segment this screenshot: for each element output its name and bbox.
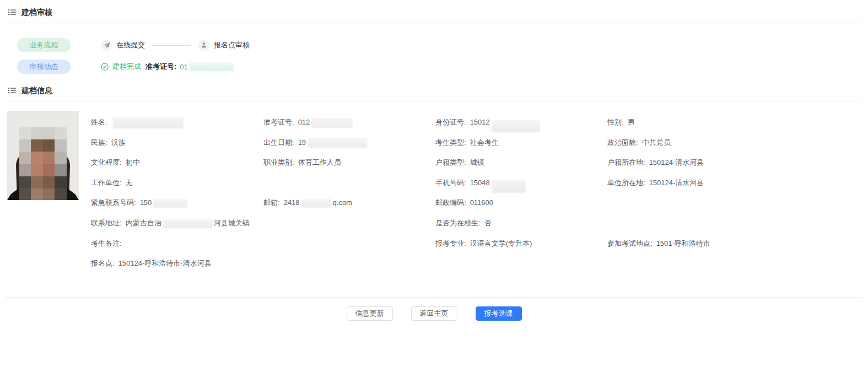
section-header-review: 建档审核 [0,0,868,18]
field-value: 否 [484,219,492,227]
field-label: 邮箱: [263,198,280,207]
field-label: 民族: [91,138,107,147]
photo-mosaic-block [31,164,43,177]
field-label: 性别: [607,118,624,126]
step-connector [152,45,191,46]
section-header-info: 建档信息 [0,74,868,96]
divider [6,101,862,101]
photo-mosaic-block [43,188,55,200]
redacted-value [113,117,184,128]
ticket-label: 准考证号: [145,62,176,72]
check-circle-icon [101,63,109,71]
photo-mosaic-block [31,127,43,140]
field-value: 011600 [470,198,493,207]
field-applied-major: 报考专业:汉语言文学(专升本) [435,239,607,259]
field-name: 姓名: [91,117,263,138]
field-exam-location: 参加考试地点:1501-呼和浩特市 [607,239,868,259]
list-icon [8,86,17,95]
field-occupation: 职业类别:体育工作人员 [263,158,435,178]
photo-mosaic-block [31,176,43,189]
field-label: 文化程度: [91,158,122,166]
info-update-button[interactable]: 信息更新 [347,306,393,321]
field-postal-code: 邮政编码:011600 [435,198,607,218]
field-label: 准考证号: [263,118,294,126]
field-value: 城镇 [470,158,484,166]
archive-review-page: 建档审核 业务流程 在线提交 报名点审核 [0,0,868,372]
field-label: 紧急联系号码: [91,198,136,207]
photo-mosaic-block [19,164,31,177]
field-label: 报考专业: [435,239,466,247]
field-value: 汉族 [111,138,126,147]
field-value: 中共党员 [642,138,671,147]
back-home-button[interactable]: 返回主页 [411,306,457,321]
redacted-value [492,180,526,193]
photo-mosaic-block [31,152,43,164]
field-label: 工作单位: [91,179,122,187]
ticket-value: 01 [180,63,187,71]
workflow-steps: 在线提交 报名点审核 [101,40,868,51]
photo-mosaic-block [55,152,67,164]
field-value: 19 [298,138,306,147]
course-selection-button[interactable]: 报考选课 [476,306,522,321]
field-value: 体育工作人员 [298,158,341,166]
field-label: 出生日期: [263,138,294,147]
page-title: 建档审核 [21,7,52,18]
photo-mosaic-block [43,164,55,177]
field-political-status: 政治面貌:中共党员 [607,138,868,158]
field-email: 邮箱:2418q.com [263,198,435,218]
photo-mosaic-block [55,127,67,140]
field-education-level: 文化程度:初中 [91,158,263,178]
review-status: 建档完成 准考证号: 01 [101,62,868,72]
field-value-suffix: q.com [333,198,352,207]
field-gender: 性别:男 [607,117,868,138]
field-label: 邮政编码: [435,198,466,207]
field-value: 150124-呼和浩特市-清水河县 [118,259,212,267]
photo-mosaic-block [43,139,55,152]
status-badge: 审核动态 [17,60,71,74]
field-label: 单位所在地: [607,179,645,187]
info-field-grid: 姓名:准考证号:012身份证号:15012性别:男民族:汉族出生日期:19考生类… [91,117,868,292]
field-label: 联系地址: [91,219,122,227]
field-label: 参加考试地点: [607,239,653,247]
field-ethnicity: 民族:汉族 [91,138,263,158]
divider [6,23,862,23]
field-label: 政治面貌: [607,138,638,147]
footer-actions: 信息更新 返回主页 报考选课 [0,306,868,321]
send-icon [101,40,112,51]
photo-mosaic-block [19,127,31,140]
field-mobile: 手机号码:15048 [435,178,607,198]
field-label: 考生类型: [435,138,466,147]
field-label: 考生备注: [91,239,122,247]
field-label: 身份证号: [435,118,466,126]
field-candidate-type: 考生类型:社会考生 [435,138,607,158]
field-employer-location: 单位所在地:150124-清水河县 [607,178,868,198]
process-badge: 业务流程 [17,38,71,52]
field-label: 手机号码: [435,179,466,187]
photo-mosaic-block [43,152,55,164]
photo-mosaic-block [55,188,67,200]
photo-mosaic-block [55,176,67,189]
field-household-location: 户籍所在地:150124-清水河县 [607,158,868,178]
photo-mosaic-block [19,139,31,152]
stamp-icon [198,40,209,51]
field-contact-address: 联系地址:内蒙古自治河县城关镇 [91,218,263,239]
redacted-value [492,120,540,132]
field-value: 150124-清水河县 [649,158,704,166]
candidate-photo [7,111,79,200]
field-value: 1501-呼和浩特市 [656,239,710,247]
photo-mosaic-block [31,188,43,200]
field-label: 职业类别: [263,158,294,166]
photo-mosaic-block [55,164,67,177]
photo-mosaic-block [19,152,31,164]
field-label: 姓名: [91,118,107,126]
status-result: 建档完成 [112,62,141,72]
info-section-title: 建档信息 [21,85,52,96]
field-id-number: 身份证号:15012 [435,117,607,138]
divider [6,297,862,298]
field-value-suffix: 河县城关镇 [214,219,250,227]
field-admission-ticket-no: 准考证号:012 [263,117,435,138]
field-value: 150 [140,198,152,207]
field-label: 是否为在校生: [435,219,481,227]
field-label: 报名点: [91,259,115,267]
field-label: 户籍类型: [435,158,466,166]
